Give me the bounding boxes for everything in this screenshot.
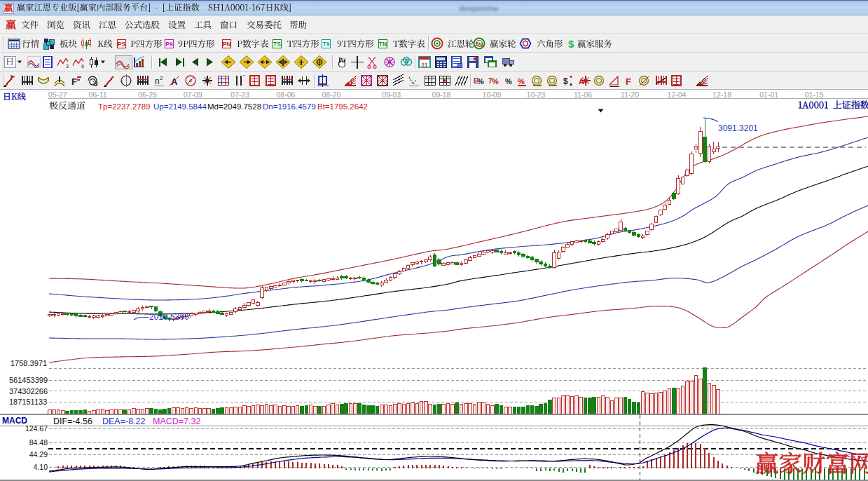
svg-text:11-06: 11-06: [574, 90, 592, 99]
svg-text:124.67: 124.67: [25, 424, 48, 433]
svg-text:$: $: [568, 38, 574, 50]
svg-text:11-20: 11-20: [621, 90, 639, 99]
svg-text:07-23: 07-23: [230, 90, 249, 99]
svg-text:07-09: 07-09: [184, 90, 202, 99]
svg-text:%: %: [477, 77, 484, 86]
svg-text:12-04: 12-04: [668, 90, 687, 99]
svg-text:TS: TS: [273, 41, 281, 48]
svg-text:2010.5300: 2010.5300: [149, 312, 189, 322]
svg-text:09-03: 09-03: [382, 90, 401, 99]
svg-text:Dn=1916.4579: Dn=1916.4579: [263, 102, 316, 111]
svg-text:DIF=-4.56: DIF=-4.56: [53, 416, 92, 426]
svg-text:deepinmhw: deepinmhw: [459, 4, 498, 13]
svg-text:PS: PS: [118, 41, 126, 48]
svg-text:01-01: 01-01: [759, 90, 778, 99]
svg-text:n: n: [155, 76, 160, 86]
svg-text:3: 3: [66, 64, 69, 69]
svg-text:374302266: 374302266: [9, 387, 48, 395]
svg-text:2: 2: [160, 75, 163, 81]
svg-text:84.48: 84.48: [29, 438, 48, 447]
svg-text:Big: Big: [476, 41, 483, 47]
svg-text:Bt=1795.2642: Bt=1795.2642: [317, 102, 368, 111]
svg-text:21: 21: [422, 62, 428, 68]
svg-text:08-20: 08-20: [322, 90, 340, 99]
svg-text:$: $: [563, 76, 568, 86]
svg-text:TN: TN: [379, 41, 387, 48]
svg-text:Tp=2237.2789: Tp=2237.2789: [98, 102, 151, 111]
svg-text:Up=2149.5844: Up=2149.5844: [153, 102, 207, 111]
svg-text:12-18: 12-18: [712, 90, 731, 99]
svg-text:561453399: 561453399: [9, 376, 48, 384]
svg-text:%: %: [492, 77, 499, 86]
svg-text:T9: T9: [323, 41, 330, 48]
svg-text:10-23: 10-23: [527, 90, 546, 99]
svg-text:44.29: 44.29: [29, 450, 48, 459]
svg-text:08-06: 08-06: [276, 90, 295, 99]
svg-text:3091.3201: 3091.3201: [718, 123, 758, 133]
svg-text:10-09: 10-09: [483, 90, 502, 99]
svg-text:1758.3971: 1758.3971: [11, 359, 47, 367]
svg-text:PN: PN: [223, 41, 231, 48]
svg-text:05-27: 05-27: [48, 90, 67, 99]
svg-text:Md=2049.7528: Md=2049.7528: [207, 102, 261, 111]
svg-text:DEA=-8.22: DEA=-8.22: [102, 416, 146, 426]
svg-text:F: F: [71, 76, 77, 87]
svg-text:06-11: 06-11: [89, 90, 107, 99]
svg-text:187151133: 187151133: [9, 398, 47, 406]
svg-text:MACD: MACD: [2, 416, 27, 426]
svg-text:09-18: 09-18: [432, 90, 451, 99]
svg-text:MACD=7.32: MACD=7.32: [153, 416, 200, 426]
svg-text:06-25: 06-25: [138, 90, 157, 99]
svg-text:P9: P9: [165, 41, 173, 48]
svg-text:%: %: [518, 77, 525, 86]
svg-text:%: %: [505, 77, 512, 86]
svg-text:9: 9: [81, 64, 84, 69]
svg-text:F: F: [626, 76, 631, 87]
svg-text:4.10: 4.10: [34, 463, 48, 471]
svg-text:01-15: 01-15: [805, 90, 824, 99]
